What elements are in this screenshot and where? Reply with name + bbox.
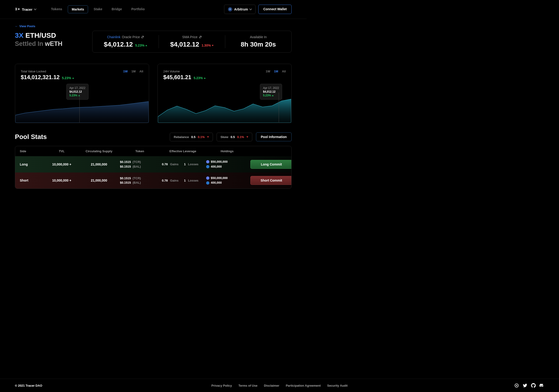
tvl-value: $14,012,321.12 (21, 74, 60, 81)
volume-range-tabs: 1W 1M All (266, 70, 286, 73)
oracle-price-change: 5.23% (135, 44, 147, 47)
settled-asset: wETH (45, 40, 62, 47)
pool-info-button[interactable]: Pool Information (256, 132, 292, 141)
cell-tvl: 10,000,000 + (46, 163, 78, 166)
cell-token: $0.1515 (TCR)$0.1515 (BAL) (120, 160, 159, 169)
external-link-icon[interactable] (141, 36, 144, 38)
volume-tab-1m[interactable]: 1M (274, 70, 278, 73)
cell-side: Short (20, 179, 43, 182)
oracle-price-stat: Chainlink Oracle Price $4,012.12 5.23% (93, 35, 159, 48)
skew-pill[interactable]: Skew 0.5 0.1% (217, 133, 252, 141)
rebalance-pill[interactable]: Rebalance 0.5 0.1% (170, 133, 213, 141)
network-selector[interactable]: Arbitrum (224, 5, 255, 14)
brand-name: Tracer (22, 8, 32, 11)
col-tvl: TVL (46, 149, 78, 153)
tvl-range-tabs: 1W 1M All (123, 70, 143, 73)
nav-portfolio[interactable]: Portfolio (128, 5, 149, 13)
cell-leverage: 0.78Gains 1Losses (162, 163, 204, 166)
multiplier: 3X (15, 31, 24, 39)
usdc-icon (206, 181, 209, 185)
nav-bridge[interactable]: Bridge (108, 5, 126, 13)
volume-tab-all[interactable]: All (282, 70, 286, 73)
sma-label: SMA Price (182, 35, 197, 39)
available-in-stat: Available In 8h 30m 20s (225, 35, 291, 48)
pool-title: 3X ETH/USD (15, 31, 85, 40)
logo[interactable]: Tracer (15, 7, 36, 12)
usdc-icon (206, 165, 209, 168)
network-name: Arbitrum (234, 8, 248, 11)
tvl-tab-all[interactable]: All (139, 70, 143, 73)
back-link[interactable]: ← View Pools (15, 24, 292, 28)
cell-supply: 21,000,000 (80, 163, 118, 166)
tooltip-date: Apr 17, 2022 (263, 86, 279, 90)
table-row: Short 10,000,000 + 21,000,000 $0.1515 (T… (15, 173, 291, 189)
back-link-label: View Pools (19, 24, 35, 28)
tracer-logo-icon (15, 7, 20, 12)
available-value: 8h 30m 20s (241, 41, 276, 48)
volume-tab-1w[interactable]: 1W (266, 70, 270, 73)
col-supply: Circulating Supply (80, 149, 118, 153)
tvl-label: Total Value Locked (21, 70, 74, 73)
available-label: Available In (250, 35, 267, 39)
tooltip-date: Apr 17, 2022 (69, 86, 85, 90)
col-holdings: Holdings (206, 149, 248, 153)
chevron-down-icon (250, 8, 252, 10)
tvl-tab-1w[interactable]: 1W (123, 70, 128, 73)
long-commit-button[interactable]: Long Commit (250, 160, 292, 169)
oracle-provider[interactable]: Chainlink (107, 35, 121, 39)
arrow-down-icon (207, 137, 209, 137)
pool-stats-table: Side TVL Circulating Supply Token Effect… (15, 146, 292, 189)
tvl-change: 5.23% (62, 76, 74, 80)
cell-supply: 21,000,000 (80, 179, 118, 182)
col-token: Token (120, 149, 159, 153)
main-nav: Tokens Markets Stake Bridge Portfolio (47, 5, 148, 13)
arrow-left-icon: ← (15, 24, 18, 28)
tvl-tab-1m[interactable]: 1M (131, 70, 136, 73)
chevron-down-icon (34, 8, 36, 10)
cell-leverage: 0.78Gains 1Losses (162, 179, 204, 182)
price-stats: Chainlink Oracle Price $4,012.12 5.23% S… (92, 31, 292, 53)
nav-tokens[interactable]: Tokens (47, 5, 66, 13)
col-side: Side (20, 149, 43, 153)
pair: ETH/USD (25, 31, 56, 39)
connect-wallet-button[interactable]: Connect Wallet (258, 5, 292, 14)
cell-token: $0.1515 (TCR)$0.1515 (BAL) (120, 176, 159, 185)
nav-stake[interactable]: Stake (90, 5, 106, 13)
volume-change: 5.23% (194, 76, 206, 80)
tvl-chart (15, 92, 149, 123)
volume-chart (158, 92, 291, 123)
oracle-price-value: $4,012.12 (104, 41, 133, 48)
settled-label: Settled In (15, 40, 43, 47)
nav-markets[interactable]: Markets (68, 5, 88, 13)
cell-tvl: 10,000,000 + (46, 179, 78, 182)
table-header: Side TVL Circulating Supply Token Effect… (15, 146, 291, 156)
external-link-icon[interactable] (199, 36, 202, 38)
pool-stats-title: Pool Stats (15, 133, 166, 141)
arbitrum-icon (228, 7, 232, 11)
eth-icon (206, 160, 209, 164)
volume-chart-card: 24H Volume $45,601.21 5.23% 1W 1M All Ap… (158, 64, 292, 123)
cell-holdings: $50,000,000400,000 (206, 159, 248, 169)
oracle-label: Oracle Price (122, 35, 140, 39)
sma-price-change: 1.30% (202, 44, 214, 47)
eth-icon (206, 176, 209, 180)
table-row: Long 10,000,000 + 21,000,000 $0.1515 (TC… (15, 156, 291, 173)
settled-in: Settled In wETH (15, 40, 85, 47)
sma-price-stat: SMA Price $4,012.12 1.30% (159, 35, 225, 48)
cell-holdings: $50,000,000400,000 (206, 176, 248, 185)
arrow-down-icon (246, 137, 248, 137)
short-commit-button[interactable]: Short Commit (250, 176, 292, 185)
cell-side: Long (20, 163, 43, 166)
volume-label: 24H Volume (163, 70, 206, 73)
col-leverage: Effective Leverage (162, 149, 204, 153)
tvl-chart-card: Total Value Locked $14,012,321.12 5.23% … (15, 64, 149, 123)
sma-price-value: $4,012.12 (170, 41, 199, 48)
volume-value: $45,601.21 (163, 74, 191, 81)
